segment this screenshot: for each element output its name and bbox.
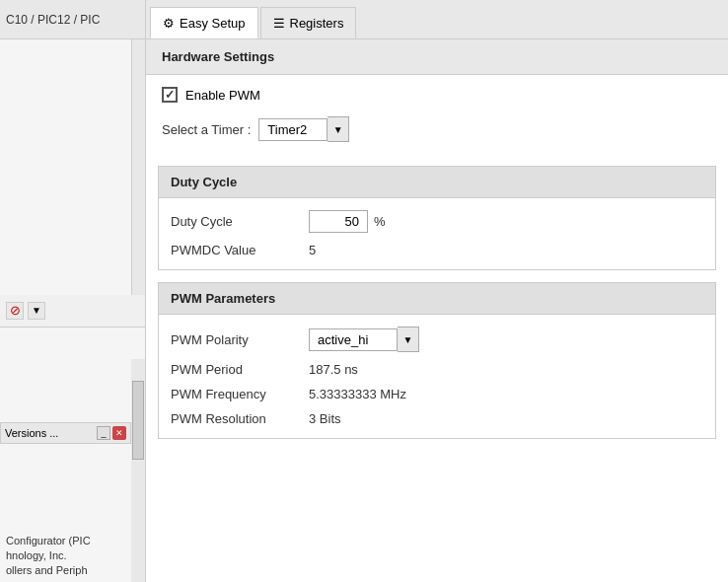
registers-icon: ☰ — [273, 16, 285, 31]
select-timer-label: Select a Timer : — [162, 122, 251, 137]
sidebar-title: C10 / PIC12 / PIC — [6, 13, 100, 27]
sidebar-top-label: C10 / PIC12 / PIC — [0, 0, 145, 39]
main-content: ⚙ Easy Setup ☰ Registers Hardware Settin… — [146, 0, 728, 582]
tab-easy-setup-label: Easy Setup — [180, 16, 246, 31]
hardware-settings-header: Hardware Settings — [146, 39, 728, 75]
resolution-label: PWM Resolution — [171, 411, 309, 426]
timer-dropdown-btn[interactable]: ▼ — [328, 116, 349, 142]
period-row: PWM Period 187.5 ns — [171, 362, 703, 377]
duty-cycle-section: Duty Cycle Duty Cycle % PWMDC Value 5 — [158, 166, 716, 270]
duty-cycle-unit: % — [374, 214, 386, 229]
technology-label: hnology, Inc. — [6, 549, 125, 561]
no-entry-icon[interactable]: ⊘ — [6, 302, 24, 320]
sidebar-toolbar: ⊘ ▼ — [0, 295, 145, 327]
pwm-parameters-section: PWM Parameters PWM Polarity active_hi ▼ … — [158, 282, 716, 439]
sidebar-middle — [0, 39, 145, 295]
tab-easy-setup[interactable]: ⚙ Easy Setup — [150, 7, 258, 38]
resolution-value: 3 Bits — [309, 411, 341, 426]
pwmdc-value: 5 — [309, 243, 316, 257]
pwm-parameters-title: PWM Parameters — [171, 291, 275, 306]
enable-pwm-row: Enable PWM — [162, 87, 712, 103]
hardware-settings-title: Hardware Settings — [162, 49, 274, 64]
duty-cycle-input[interactable] — [309, 210, 368, 233]
pwm-parameters-header: PWM Parameters — [159, 283, 715, 315]
pwm-parameters-body: PWM Polarity active_hi ▼ PWM Period 187.… — [159, 315, 715, 438]
sidebar-dropdown-btn[interactable]: ▼ — [28, 302, 45, 320]
polarity-dropdown-btn[interactable]: ▼ — [398, 327, 419, 352]
tab-registers-label: Registers — [290, 16, 344, 31]
duty-cycle-body: Duty Cycle % PWMDC Value 5 — [159, 198, 715, 269]
timer-select-display[interactable]: Timer2 — [258, 118, 328, 141]
content-panel: Hardware Settings Enable PWM Select a Ti… — [146, 39, 728, 582]
versions-minimize-btn[interactable]: _ — [97, 426, 110, 440]
tab-bar: ⚙ Easy Setup ☰ Registers — [146, 0, 728, 39]
sidebar-vertical-scrollbar[interactable] — [131, 359, 145, 583]
duty-cycle-title: Duty Cycle — [171, 175, 237, 189]
configurator-label: Configurator (PIC — [6, 535, 125, 546]
sidebar-scroll-thumb — [132, 381, 144, 460]
polarity-select-wrapper: active_hi ▼ — [309, 327, 419, 352]
polarity-select-display[interactable]: active_hi — [309, 328, 398, 351]
duty-cycle-header: Duty Cycle — [159, 167, 715, 198]
enable-pwm-label: Enable PWM — [185, 88, 260, 103]
polarity-label: PWM Polarity — [171, 332, 309, 347]
gear-icon: ⚙ — [163, 16, 175, 31]
frequency-row: PWM Frequency 5.33333333 MHz — [171, 387, 703, 401]
pwmdc-label: PWMDC Value — [171, 243, 309, 257]
select-timer-row: Select a Timer : Timer2 ▼ — [162, 116, 712, 142]
hardware-settings-body: Enable PWM Select a Timer : Timer2 ▼ — [146, 75, 728, 154]
sidebar-scrollbar[interactable] — [131, 39, 145, 295]
period-label: PWM Period — [171, 362, 309, 377]
period-value: 187.5 ns — [309, 362, 358, 377]
timer-select-wrapper: Timer2 ▼ — [258, 116, 349, 142]
enable-pwm-checkbox[interactable] — [162, 87, 178, 103]
controllers-label: ollers and Periph — [6, 564, 125, 576]
frequency-value: 5.33333333 MHz — [309, 387, 406, 401]
duty-cycle-row: Duty Cycle % — [171, 210, 703, 233]
versions-close-btn[interactable]: ✕ — [112, 426, 126, 440]
polarity-row: PWM Polarity active_hi ▼ — [171, 327, 703, 352]
frequency-label: PWM Frequency — [171, 387, 309, 401]
tab-registers[interactable]: ☰ Registers — [260, 7, 357, 38]
duty-cycle-label: Duty Cycle — [171, 214, 309, 229]
versions-label: Versions ... — [5, 427, 95, 439]
sidebar: C10 / PIC12 / PIC ⊘ ▼ Versions ... _ ✕ C… — [0, 0, 146, 582]
pwmdc-row: PWMDC Value 5 — [171, 243, 703, 257]
resolution-row: PWM Resolution 3 Bits — [171, 411, 703, 426]
